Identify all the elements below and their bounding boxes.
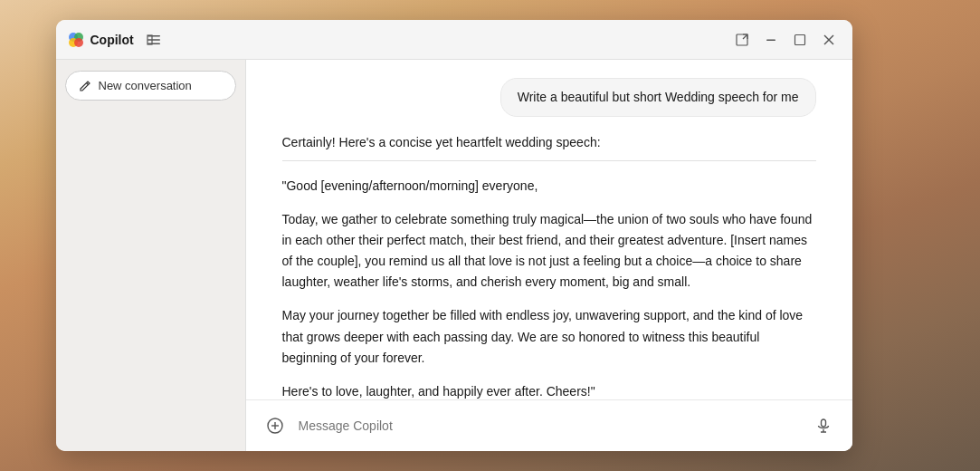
svg-point-3 [74,38,83,47]
speech-paragraph-2: May your journey together be filled with… [282,305,816,368]
svg-rect-5 [147,39,160,41]
svg-rect-16 [821,419,825,427]
mic-icon [815,418,832,434]
add-icon [267,418,283,434]
expand-icon [736,34,748,46]
minimize-icon [765,34,777,46]
mic-button[interactable] [809,411,838,440]
app-window: Copilot [56,20,852,451]
maximize-button[interactable] [787,27,813,53]
input-bar [246,399,852,451]
sidebar: New conversation [56,60,246,451]
title-bar: Copilot [56,20,852,60]
svg-rect-9 [766,39,775,41]
expand-button[interactable] [729,27,755,53]
user-bubble: Write a beautiful but short Wedding spee… [500,78,816,117]
sidebar-toggle-icon [147,33,161,47]
speech-content: "Good [evening/afternoon/morning] everyo… [282,176,816,399]
chat-messages: Write a beautiful but short Wedding spee… [246,60,852,399]
new-conversation-button[interactable]: New conversation [65,71,236,101]
main-layout: New conversation Write a beautiful but s… [56,60,852,451]
title-bar-controls [729,27,842,53]
message-input[interactable] [299,418,800,433]
minimize-button[interactable] [758,27,784,53]
app-name: Copilot [90,33,134,47]
speech-opening: "Good [evening/afternoon/morning] everyo… [282,176,816,197]
ai-response: Certainly! Here's a concise yet heartfel… [282,135,816,399]
sidebar-toggle-button[interactable] [141,27,167,53]
ai-intro-text: Certainly! Here's a concise yet heartfel… [282,135,816,149]
close-button[interactable] [816,27,842,53]
svg-rect-10 [794,34,804,44]
copilot-logo-icon [67,31,85,49]
new-conversation-label: New conversation [99,79,192,92]
chat-area: Write a beautiful but short Wedding spee… [246,60,852,451]
close-icon [823,34,835,46]
speech-paragraph-1: Today, we gather to celebrate something … [282,209,816,293]
add-button[interactable] [261,411,290,440]
maximize-icon [794,34,806,46]
user-message: Write a beautiful but short Wedding spee… [282,78,816,117]
new-conversation-icon [79,80,91,92]
divider-top [282,160,816,161]
speech-closing: Here's to love, laughter, and happily ev… [282,381,816,399]
copilot-logo: Copilot [67,31,134,49]
title-bar-left: Copilot [67,27,167,53]
